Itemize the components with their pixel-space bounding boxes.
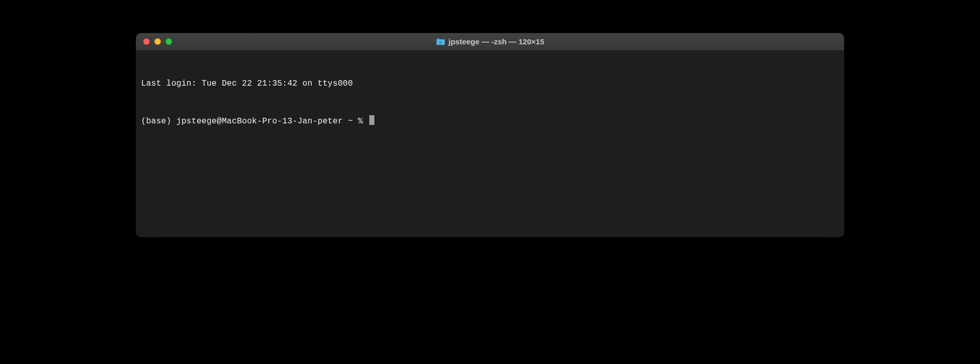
prompt-text: (base) jpsteege@MacBook-Pro-13-Jan-peter… [141,116,368,127]
traffic-lights [136,38,172,45]
maximize-button[interactable] [166,38,172,45]
minimize-button[interactable] [154,38,161,45]
terminal-window[interactable]: jpsteege — -zsh — 120×15 Last login: Tue… [136,33,844,237]
svg-rect-0 [439,41,442,44]
cursor [369,115,374,125]
title-wrap: jpsteege — -zsh — 120×15 [136,37,844,46]
titlebar[interactable]: jpsteege — -zsh — 120×15 [136,33,844,50]
prompt-line: (base) jpsteege@MacBook-Pro-13-Jan-peter… [141,114,839,127]
last-login-line: Last login: Tue Dec 22 21:35:42 on ttys0… [141,78,839,90]
terminal-body[interactable]: Last login: Tue Dec 22 21:35:42 on ttys0… [136,50,844,237]
folder-icon [436,38,445,45]
close-button[interactable] [143,38,150,45]
window-title: jpsteege — -zsh — 120×15 [449,37,545,46]
